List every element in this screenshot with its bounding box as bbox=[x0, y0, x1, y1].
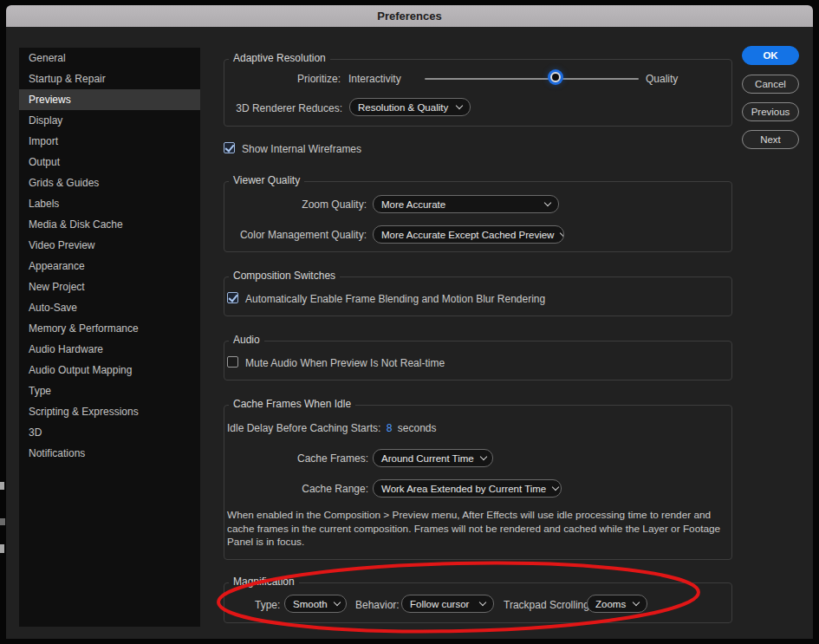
sidebar-item[interactable]: Previews bbox=[19, 89, 200, 110]
sidebar-item[interactable]: Import bbox=[19, 131, 200, 152]
cache-range-label: Cache Range: bbox=[224, 483, 368, 495]
frame-blending-checkbox[interactable] bbox=[227, 292, 238, 303]
sidebar-item[interactable]: General bbox=[19, 48, 200, 68]
dialog-body: General Startup & Repair Previews Displa… bbox=[6, 27, 813, 639]
trackpad-scrolling-label: Trackpad Scrolling: bbox=[504, 599, 592, 611]
show-internal-wireframes-label: Show Internal Wireframes bbox=[242, 143, 361, 155]
magnification-behavior-dropdown[interactable]: Follow cursor bbox=[401, 595, 494, 613]
background-artifact bbox=[0, 482, 4, 490]
sidebar-item-label: Previews bbox=[29, 94, 71, 106]
sidebar-item[interactable]: Auto-Save bbox=[19, 297, 200, 318]
sidebar-item-label: Type bbox=[29, 385, 51, 397]
adaptive-resolution-group bbox=[224, 59, 732, 127]
sidebar-item[interactable]: Media & Disk Cache bbox=[19, 214, 200, 235]
sidebar-item-label: General bbox=[29, 52, 66, 64]
magnification-behavior-label: Behavior: bbox=[355, 599, 400, 611]
sidebar-item-label: Grids & Guides bbox=[29, 177, 99, 189]
viewer-quality-title: Viewer Quality bbox=[229, 174, 304, 186]
sidebar-item[interactable]: Grids & Guides bbox=[19, 172, 200, 193]
zoom-quality-value: More Accurate bbox=[381, 199, 538, 210]
sidebar-item-label: Memory & Performance bbox=[29, 322, 139, 335]
sidebar-item-label: 3D bbox=[29, 426, 42, 439]
composition-switches-title: Composition Switches bbox=[229, 270, 340, 282]
sidebar-item-label: Audio Output Mapping bbox=[29, 364, 132, 376]
sidebar-item[interactable]: 3D bbox=[19, 422, 200, 443]
sidebar-item-label: Notifications bbox=[29, 447, 85, 459]
sidebar-item[interactable]: Scripting & Expressions bbox=[19, 401, 200, 422]
sidebar-item-label: Scripting & Expressions bbox=[29, 406, 139, 418]
slider-right-label: Quality bbox=[646, 73, 678, 85]
sidebar-item[interactable]: Notifications bbox=[19, 443, 200, 464]
chevron-down-icon bbox=[479, 599, 486, 606]
sidebar-item[interactable]: Audio Hardware bbox=[19, 339, 200, 360]
cache-range-dropdown[interactable]: Work Area Extended by Current Time bbox=[373, 479, 562, 498]
sidebar-item-label: Output bbox=[29, 156, 60, 168]
cache-frames-title: Cache Frames When Idle bbox=[229, 398, 355, 410]
background-artifact bbox=[0, 544, 4, 553]
sidebar-item-label: New Project bbox=[29, 281, 85, 293]
renderer-reduces-label: 3D Renderer Reduces: bbox=[224, 102, 342, 114]
sidebar-item[interactable]: Memory & Performance bbox=[19, 318, 200, 339]
sidebar-item[interactable]: Video Preview bbox=[19, 235, 200, 256]
zoom-quality-dropdown[interactable]: More Accurate bbox=[373, 195, 559, 213]
show-internal-wireframes-checkbox[interactable] bbox=[224, 142, 235, 153]
sidebar-item-label: Video Preview bbox=[29, 239, 95, 251]
color-management-quality-dropdown[interactable]: More Accurate Except Cached Preview bbox=[373, 225, 564, 244]
renderer-reduces-value: Resolution & Quality bbox=[358, 102, 450, 113]
chevron-down-icon bbox=[560, 230, 564, 237]
magnification-type-dropdown[interactable]: Smooth bbox=[284, 595, 347, 613]
chevron-down-icon bbox=[456, 102, 463, 109]
window-title: Preferences bbox=[377, 10, 441, 23]
sidebar-item[interactable]: Startup & Repair bbox=[19, 68, 200, 89]
sidebar-item[interactable]: Type bbox=[19, 381, 200, 401]
preferences-window: Preferences General Startup & Repair Pre… bbox=[0, 0, 819, 644]
trackpad-scrolling-dropdown[interactable]: Zooms bbox=[587, 595, 647, 613]
trackpad-scrolling-value: Zooms bbox=[595, 599, 627, 609]
cancel-button[interactable]: Cancel bbox=[742, 75, 799, 94]
sidebar-item-label: Labels bbox=[29, 198, 59, 210]
sidebar-item-label: Auto-Save bbox=[29, 302, 77, 314]
sidebar-item[interactable]: Labels bbox=[19, 193, 200, 214]
chevron-down-icon bbox=[544, 199, 551, 206]
sidebar-item-label: Display bbox=[29, 114, 62, 127]
idle-delay-value[interactable]: 8 bbox=[387, 422, 393, 434]
previous-button[interactable]: Previous bbox=[742, 102, 799, 121]
renderer-reduces-dropdown[interactable]: Resolution & Quality bbox=[349, 98, 471, 116]
magnification-behavior-value: Follow cursor bbox=[410, 599, 473, 609]
magnification-type-value: Smooth bbox=[293, 599, 328, 609]
sidebar-item-label: Audio Hardware bbox=[29, 343, 103, 355]
prioritize-label: Prioritize: bbox=[224, 73, 341, 85]
cache-range-value: Work Area Extended by Current Time bbox=[381, 484, 546, 494]
idle-delay-row: Idle Delay Before Caching Starts: 8 seco… bbox=[227, 422, 439, 434]
cache-frames-value: Around Current Time bbox=[381, 453, 474, 464]
color-management-quality-value: More Accurate Except Cached Preview bbox=[381, 230, 554, 240]
magnification-type-label: Type: bbox=[255, 599, 280, 611]
sidebar-item[interactable]: Appearance bbox=[19, 256, 200, 276]
zoom-quality-label: Zoom Quality: bbox=[224, 198, 367, 211]
prioritize-slider-handle[interactable] bbox=[550, 72, 561, 82]
idle-delay-suffix: seconds bbox=[398, 422, 437, 434]
sidebar-item[interactable]: New Project bbox=[19, 276, 200, 297]
mute-audio-checkbox[interactable] bbox=[227, 356, 238, 368]
idle-delay-label: Idle Delay Before Caching Starts: bbox=[227, 422, 380, 434]
chevron-down-icon bbox=[480, 453, 487, 460]
cache-frames-dropdown[interactable]: Around Current Time bbox=[373, 449, 493, 467]
cache-description: When enabled in the Composition > Previe… bbox=[227, 509, 728, 550]
sidebar-item[interactable]: Audio Output Mapping bbox=[19, 360, 200, 381]
adaptive-resolution-title: Adaptive Resolution bbox=[229, 52, 330, 64]
sidebar-item-label: Media & Disk Cache bbox=[29, 218, 123, 231]
cache-frames-label: Cache Frames: bbox=[224, 452, 368, 465]
ok-button[interactable]: OK bbox=[742, 46, 799, 65]
color-management-quality-label: Color Management Quality: bbox=[224, 229, 367, 241]
sidebar-item[interactable]: Display bbox=[19, 110, 200, 131]
sidebar-item-label: Startup & Repair bbox=[29, 73, 106, 85]
audio-title: Audio bbox=[229, 334, 264, 346]
sidebar-item[interactable]: Output bbox=[19, 152, 200, 172]
sidebar-item-label: Appearance bbox=[29, 260, 85, 272]
prioritize-slider-track[interactable] bbox=[425, 78, 639, 80]
sidebar-item-label: Import bbox=[29, 135, 58, 147]
magnification-title: Magnification bbox=[229, 576, 299, 588]
chevron-down-icon bbox=[333, 599, 340, 606]
next-button[interactable]: Next bbox=[742, 130, 799, 149]
preferences-category-list: General Startup & Repair Previews Displa… bbox=[19, 48, 200, 627]
